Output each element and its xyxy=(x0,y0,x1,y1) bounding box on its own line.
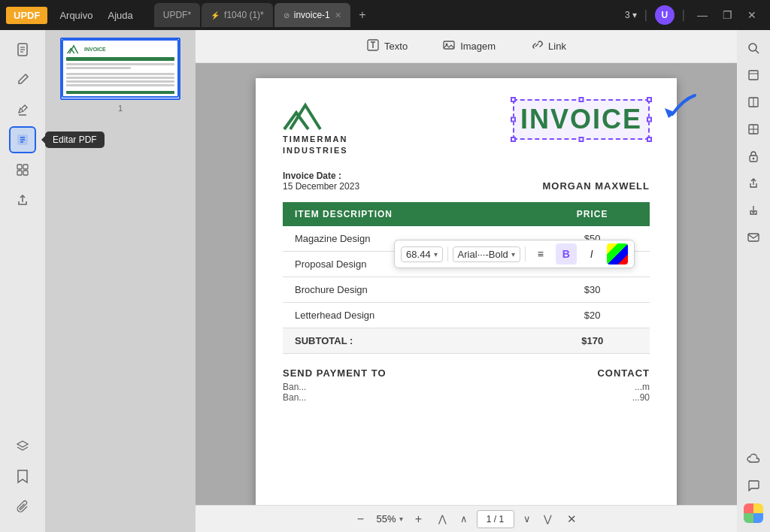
font-size-arrow: ▾ xyxy=(434,250,438,258)
menu-arquivo[interactable]: Arquivo xyxy=(53,7,99,24)
zoom-value-display[interactable]: 55% ▾ xyxy=(376,513,402,524)
separator1: | xyxy=(644,8,647,22)
page-first-button[interactable]: ⋀ xyxy=(435,511,451,527)
right-search-icon[interactable] xyxy=(741,36,765,60)
tab-add-button[interactable]: + xyxy=(352,5,373,26)
lock-icon xyxy=(748,150,759,162)
page-count-indicator[interactable]: 3 ▾ xyxy=(625,10,637,20)
maximize-button[interactable]: ❐ xyxy=(718,8,737,23)
attachment-icon xyxy=(15,499,30,514)
handle-bm xyxy=(578,137,584,142)
right-panel1-icon[interactable] xyxy=(741,63,765,87)
thumb-invoice-label: INVOICE xyxy=(84,47,106,52)
page-thumbnail[interactable]: INVOICE xyxy=(60,38,180,100)
sidebar-icon-pages[interactable] xyxy=(9,156,36,183)
main-area: Editar PDF xyxy=(0,30,770,532)
page-count-value: 3 xyxy=(625,10,630,20)
sidebar-icon-pen[interactable] xyxy=(9,66,36,93)
right-share-icon[interactable] xyxy=(741,171,765,195)
invoice-date-block: Invoice Date : 15 December 2023 xyxy=(283,171,359,192)
highlight-icon xyxy=(15,102,30,117)
sidebar-icon-attachment[interactable] xyxy=(9,493,36,520)
italic-button[interactable]: I xyxy=(581,243,602,264)
close-button[interactable]: ✕ xyxy=(743,8,761,23)
colorful-action-icon[interactable] xyxy=(744,503,763,523)
page-prev-button[interactable]: ∧ xyxy=(456,511,472,527)
minimize-button[interactable]: — xyxy=(693,8,712,23)
image-tool-label: Imagem xyxy=(460,41,496,52)
page-input[interactable] xyxy=(477,510,514,528)
right-download-icon[interactable] xyxy=(741,198,765,222)
invoice-header: TIMMERMAN INDUSTRIES xyxy=(283,99,650,157)
font-size-select[interactable]: 68.44 ▾ xyxy=(401,246,443,262)
bottom-close-button[interactable]: ✕ xyxy=(562,509,582,529)
tab-updf-label: UPDF* xyxy=(163,10,191,20)
right-cloud-icon[interactable] xyxy=(741,446,765,470)
align-button[interactable]: ≡ xyxy=(530,243,551,264)
right-comment-icon[interactable] xyxy=(741,473,765,497)
font-name-value: Arial···-Bold xyxy=(458,249,508,260)
invoice-info-row: Invoice Date : 15 December 2023 MORGAN M… xyxy=(283,171,650,192)
thumbnail-container[interactable]: INVOICE 1 xyxy=(60,38,180,113)
contact-block: CONTACT ...m ...90 xyxy=(597,367,650,403)
zoom-in-button[interactable]: + xyxy=(409,509,429,529)
right-panel2-icon[interactable] xyxy=(741,90,765,114)
selection-handles xyxy=(511,98,651,141)
sidebar-icon-bookmark[interactable] xyxy=(9,463,36,490)
page-next-button[interactable]: ∨ xyxy=(519,511,535,527)
font-name-arrow: ▾ xyxy=(511,250,515,258)
invoice-date-label: Invoice Date : xyxy=(283,171,359,181)
svg-rect-31 xyxy=(753,503,763,513)
svg-point-26 xyxy=(753,158,755,160)
pen-icon xyxy=(15,72,30,87)
svg-rect-8 xyxy=(17,171,22,175)
row-price: $30 xyxy=(535,277,650,302)
svg-point-16 xyxy=(749,44,756,51)
user-avatar[interactable]: U xyxy=(655,5,675,25)
tab-f1040[interactable]: ⚡ f1040 (1)* xyxy=(202,3,273,27)
zoom-out-button[interactable]: − xyxy=(350,509,370,529)
subtotal-row: SUBTOTAL : $170 xyxy=(283,328,650,353)
page-last-button[interactable]: ⋁ xyxy=(540,511,556,527)
payment-line-1: Ban... xyxy=(283,382,387,392)
app-brand[interactable]: UPDF xyxy=(6,7,47,24)
tab-slash-icon: ⊘ xyxy=(283,11,290,20)
tab-invoice-close[interactable]: ✕ xyxy=(335,11,341,20)
thumbnail-page-number: 1 xyxy=(60,104,180,113)
sidebar-icon-layers[interactable] xyxy=(9,433,36,460)
right-panel3-icon[interactable] xyxy=(741,117,765,141)
payment-section: SEND PAYMENT TO Ban... Ban... CONTACT ..… xyxy=(283,367,650,403)
sidebar-icon-edit-pdf[interactable]: Editar PDF xyxy=(9,126,36,153)
color-picker-button[interactable] xyxy=(607,243,628,264)
right-lock-icon[interactable] xyxy=(741,144,765,168)
text-tool-label: Texto xyxy=(384,41,408,52)
menu-ajuda[interactable]: Ajuda xyxy=(102,7,138,24)
pages-icon xyxy=(15,162,30,177)
col-price: PRICE xyxy=(535,202,650,226)
sidebar-icon-export[interactable] xyxy=(9,186,36,213)
panel2-icon xyxy=(747,96,759,108)
right-mail-icon[interactable] xyxy=(741,225,765,249)
invoice-title-wrap[interactable]: INVOICE xyxy=(513,99,650,140)
tab-updf[interactable]: UPDF* xyxy=(154,3,200,27)
fmt-divider2 xyxy=(525,246,526,261)
font-name-select[interactable]: Arial···-Bold ▾ xyxy=(453,246,520,262)
svg-rect-29 xyxy=(748,234,759,241)
payment-title: SEND PAYMENT TO xyxy=(283,367,387,379)
link-tool-button[interactable]: Link xyxy=(519,33,578,59)
invoice-title-box[interactable]: INVOICE xyxy=(513,99,650,140)
bold-button[interactable]: B xyxy=(556,243,577,264)
svg-rect-18 xyxy=(749,71,758,80)
tab-invoice[interactable]: ⊘ invoice-1 ✕ xyxy=(274,3,350,27)
download-icon xyxy=(747,204,759,216)
sidebar-icon-highlight[interactable] xyxy=(9,96,36,123)
sidebar-icon-file[interactable] xyxy=(9,36,36,63)
document-view[interactable]: 68.44 ▾ Arial···-Bold ▾ ≡ B I xyxy=(196,63,737,505)
image-tool-button[interactable]: Imagem xyxy=(431,33,507,59)
tab-lightning-icon: ⚡ xyxy=(211,11,220,20)
content-area: Texto Imagem xyxy=(196,30,737,532)
blue-arrow-indicator xyxy=(650,92,702,136)
tab-f1040-label: f1040 (1)* xyxy=(224,10,264,20)
text-tool-button[interactable]: Texto xyxy=(355,33,419,59)
link-tool-icon xyxy=(530,38,544,54)
